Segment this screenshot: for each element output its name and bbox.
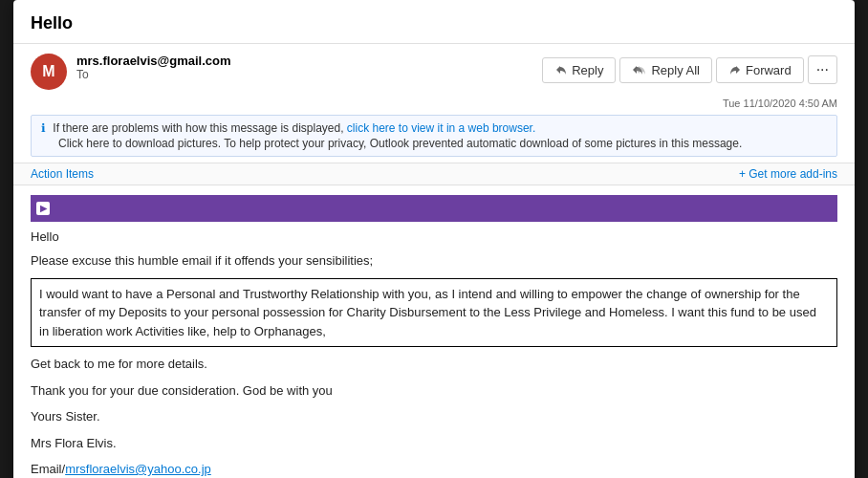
reply-all-label: Reply All xyxy=(651,63,700,77)
info-icon: ℹ xyxy=(41,121,46,135)
paragraph-5: Yours Sister. xyxy=(31,407,837,426)
email-link[interactable]: mrsfloraelvis@yahoo.co.jp xyxy=(65,462,211,476)
reply-all-button[interactable]: Reply All xyxy=(619,57,712,83)
header-actions: Reply Reply All Forward ··· xyxy=(542,55,837,84)
sender-details: mrs.floraelvis@gmail.com To xyxy=(76,54,231,81)
paragraph-6: Mrs Flora Elvis. xyxy=(31,434,837,453)
info-bar: ℹ If there are problems with how this me… xyxy=(31,115,837,157)
forward-icon xyxy=(728,63,742,76)
paragraph-3: Get back to me for more details. xyxy=(31,355,837,374)
purple-bar: ▶ xyxy=(31,195,837,222)
timestamp: Tue 11/10/2020 4:50 AM xyxy=(13,98,855,109)
get-addins-link[interactable]: + Get more add-ins xyxy=(739,167,837,181)
reply-label: Reply xyxy=(572,63,603,77)
info-bar-line1: ℹ If there are problems with how this me… xyxy=(41,121,827,135)
paragraph-highlighted: I would want to have a Personal and Trus… xyxy=(31,278,837,348)
sender-info: M mrs.floraelvis@gmail.com To xyxy=(31,54,231,90)
forward-button[interactable]: Forward xyxy=(716,57,804,83)
paragraph-email: Email/mrsfloraelvis@yahoo.co.jp xyxy=(31,460,837,478)
reply-icon xyxy=(554,63,568,76)
email-window: Hello M mrs.floraelvis@gmail.com To Repl… xyxy=(13,0,855,478)
sender-email: mrs.floraelvis@gmail.com xyxy=(76,54,231,68)
reply-button[interactable]: Reply xyxy=(542,57,616,83)
email-title: Hello xyxy=(13,0,855,44)
paragraph-1: Please excuse this humble email if it of… xyxy=(31,251,837,271)
action-items-bar: Action Items + Get more add-ins xyxy=(13,163,855,185)
info-bar-text2: Click here to download pictures. To help… xyxy=(58,137,742,150)
info-bar-text1: If there are problems with how this mess… xyxy=(53,121,343,135)
info-bar-line2: Click here to download pictures. To help… xyxy=(41,137,827,150)
sender-to: To xyxy=(76,68,231,81)
info-bar-link[interactable]: click here to view it in a web browser. xyxy=(347,121,535,135)
avatar: M xyxy=(31,54,67,90)
forward-label: Forward xyxy=(746,63,792,77)
more-button[interactable]: ··· xyxy=(808,55,837,84)
email-prefix: Email/ xyxy=(31,462,65,476)
email-salutation: Hello xyxy=(31,229,837,244)
paragraph-4: Thank you for your due consideration. Go… xyxy=(31,381,837,401)
purple-bar-icon: ▶ xyxy=(36,202,50,215)
action-items-label[interactable]: Action Items xyxy=(31,167,94,181)
email-body: ▶ Hello Please excuse this humble email … xyxy=(13,185,855,478)
email-header: M mrs.floraelvis@gmail.com To Reply Repl… xyxy=(13,44,855,96)
reply-all-icon xyxy=(632,63,647,76)
